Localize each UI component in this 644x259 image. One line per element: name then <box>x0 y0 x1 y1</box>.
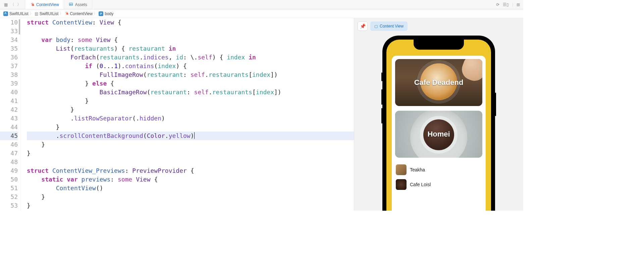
line-number[interactable]: 42 <box>0 105 18 114</box>
line-number[interactable]: 33 <box>0 27 18 36</box>
crumb-label: body <box>105 11 113 16</box>
jump-bar: SwiftUIList 〉 ▥ SwiftUIList 〉 ContentVie… <box>0 9 523 18</box>
code-line[interactable]: } <box>27 105 354 114</box>
code-line[interactable]: List(restaurants) { restaurant in <box>27 44 354 53</box>
tab-contentview[interactable]: ContentView <box>25 0 64 9</box>
adjust-editor-icon[interactable]: ☰▯ <box>503 2 509 7</box>
code-editor[interactable]: 1033343536373839404142434445464748495051… <box>0 18 354 211</box>
code-line[interactable] <box>27 158 354 166</box>
line-number[interactable]: 10 <box>0 18 18 27</box>
crumb-project[interactable]: SwiftUIList <box>3 11 29 16</box>
fold-marker[interactable] <box>19 19 20 35</box>
row-thumbnail <box>396 164 407 175</box>
swift-icon <box>30 2 34 7</box>
line-number[interactable]: 53 <box>0 201 18 210</box>
divider: | <box>512 2 513 7</box>
line-number[interactable]: 49 <box>0 166 18 175</box>
text-cursor <box>194 132 195 139</box>
pin-preview-button[interactable]: 📌 <box>358 21 368 31</box>
row-title: Teakha <box>410 167 425 172</box>
code-line[interactable]: } <box>27 149 354 158</box>
swift-icon <box>64 11 68 16</box>
assets-icon <box>69 2 73 7</box>
line-number[interactable]: 48 <box>0 158 18 166</box>
chevron-right-icon: 〉 <box>30 11 34 16</box>
code-line[interactable]: struct ContentView: View { <box>27 18 354 27</box>
code-line[interactable]: } <box>27 123 354 132</box>
crumb-label: ContentView <box>70 11 93 16</box>
editor-tabbar: ▦ 〈 〉 ContentView Assets ⟳ ☰▯ | ⊞ <box>0 0 523 9</box>
line-number[interactable]: 50 <box>0 175 18 184</box>
line-number[interactable]: 34 <box>0 36 18 44</box>
line-number[interactable]: 43 <box>0 114 18 123</box>
tabbar-right-controls: ⟳ ☰▯ | ⊞ <box>493 2 523 7</box>
code-line[interactable]: } <box>27 201 354 210</box>
line-number[interactable]: 51 <box>0 184 18 193</box>
line-number-gutter[interactable]: 1033343536373839404142434445464748495051… <box>0 18 21 211</box>
code-line[interactable]: } <box>27 193 354 201</box>
chevron-right-icon: 〉 <box>59 11 63 16</box>
line-number[interactable]: 41 <box>0 97 18 105</box>
related-items-icon[interactable]: ▦ <box>3 2 8 7</box>
crumb-label: SwiftUIList <box>40 11 59 16</box>
preview-selector[interactable]: ▢ Content View <box>370 21 408 31</box>
tab-assets[interactable]: Assets <box>64 0 92 9</box>
code-line[interactable]: if (0...1).contains(index) { <box>27 62 354 70</box>
crumb-file[interactable]: ContentView <box>64 11 93 16</box>
device-screen[interactable]: Cafe Deadend Homei Teakha Cafe Loisl <box>386 40 491 211</box>
line-number[interactable]: 36 <box>0 53 18 62</box>
line-number[interactable]: 39 <box>0 79 18 88</box>
nav-back-icon[interactable]: 〈 <box>10 2 15 7</box>
full-image-row[interactable]: Cafe Deadend <box>395 59 482 106</box>
line-number[interactable]: 44 <box>0 123 18 132</box>
basic-image-row[interactable]: Cafe Loisl <box>395 177 482 192</box>
add-editor-icon[interactable]: ⊞ <box>517 2 520 7</box>
code-line[interactable]: } <box>27 140 354 149</box>
crumb-label: SwiftUIList <box>9 11 29 16</box>
code-line[interactable]: } <box>27 97 354 105</box>
code-line[interactable]: ForEach(restaurants.indices, id: \.self)… <box>27 53 354 62</box>
line-number[interactable]: 46 <box>0 140 18 149</box>
pin-icon: 📌 <box>360 23 366 29</box>
preview-label: Content View <box>380 24 404 29</box>
nav-controls: ▦ 〈 〉 <box>0 0 25 9</box>
nav-forward-icon[interactable]: 〉 <box>17 2 21 7</box>
crumb-folder[interactable]: ▥ SwiftUIList <box>35 11 59 16</box>
line-number[interactable]: 37 <box>0 62 18 70</box>
code-line[interactable]: struct ContentView_Previews: PreviewProv… <box>27 166 354 175</box>
line-number[interactable]: 45 <box>0 132 18 140</box>
code-line[interactable]: var body: some View { <box>27 36 354 44</box>
chevron-right-icon: 〉 <box>94 11 98 16</box>
line-number[interactable]: 47 <box>0 149 18 158</box>
line-number[interactable]: 52 <box>0 193 18 201</box>
property-icon: P <box>99 11 103 16</box>
code-line[interactable]: } else { <box>27 79 354 88</box>
device-frame: Cafe Deadend Homei Teakha Cafe Loisl <box>382 36 495 211</box>
row-title: Homei <box>427 130 450 139</box>
main-split: 1033343536373839404142434445464748495051… <box>0 18 523 211</box>
code-line[interactable] <box>27 27 354 36</box>
code-line[interactable]: .listRowSeparator(.hidden) <box>27 114 354 123</box>
app-list[interactable]: Cafe Deadend Homei Teakha Cafe Loisl <box>392 56 486 211</box>
code-line[interactable]: .scrollContentBackground(Color.yellow) <box>27 132 354 140</box>
basic-image-row[interactable]: Teakha <box>395 162 482 177</box>
row-thumbnail <box>396 179 407 190</box>
refresh-icon[interactable]: ⟳ <box>496 2 499 7</box>
full-image-row[interactable]: Homei <box>395 111 482 158</box>
preview-canvas: 📌 ▢ Content View Cafe Deadend Homei <box>354 18 523 211</box>
code-line[interactable]: FullImageRow(restaurant: self.restaurant… <box>27 70 354 79</box>
code-line[interactable]: ContentView() <box>27 184 354 193</box>
code-line[interactable]: BasicImageRow(restaurant: self.restauran… <box>27 88 354 97</box>
tab-label: ContentView <box>36 2 59 7</box>
line-number[interactable]: 35 <box>0 44 18 53</box>
preview-icon: ▢ <box>374 24 378 29</box>
crumb-symbol[interactable]: P body <box>99 11 113 16</box>
device-notch <box>414 40 464 50</box>
device-button <box>381 72 382 81</box>
code-area[interactable]: struct ContentView: View { var body: som… <box>21 18 354 211</box>
device-button <box>495 93 496 116</box>
device-button <box>381 108 382 123</box>
line-number[interactable]: 38 <box>0 70 18 79</box>
code-line[interactable]: static var previews: some View { <box>27 175 354 184</box>
line-number[interactable]: 40 <box>0 88 18 97</box>
